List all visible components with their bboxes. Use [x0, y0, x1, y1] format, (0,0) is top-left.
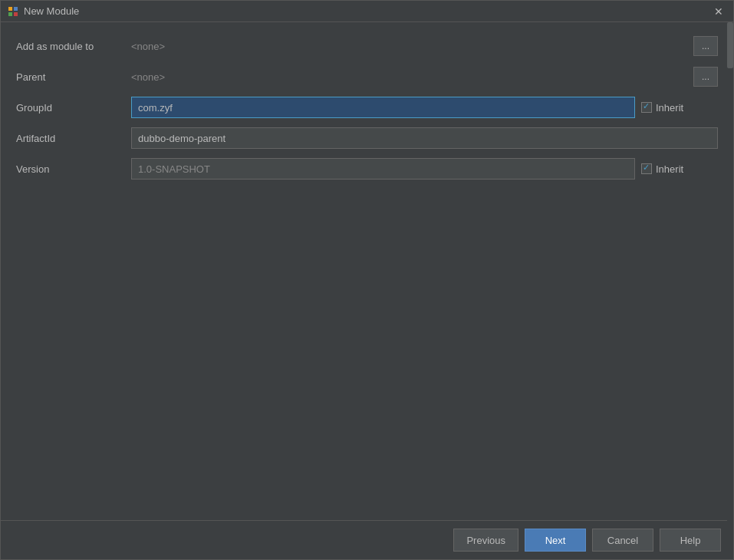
title-bar-left: New Module	[7, 5, 79, 18]
previous-button[interactable]: Previous	[453, 529, 518, 552]
version-inherit-label: Inherit	[656, 163, 683, 175]
group-id-inherit-area: Inherit	[641, 102, 718, 114]
module-icon	[7, 5, 19, 18]
parent-input-area: <none> ...	[131, 67, 718, 87]
add-as-module-value: <none>	[131, 41, 687, 52]
version-inherit-area: Inherit	[641, 163, 718, 175]
artifact-id-input-area	[131, 127, 718, 149]
svg-rect-0	[8, 7, 12, 11]
svg-rect-2	[8, 12, 12, 16]
version-input-area: Inherit	[131, 158, 718, 180]
footer: Previous Next Cancel Help	[1, 520, 733, 559]
scrollbar-track	[727, 22, 733, 559]
help-button[interactable]: Help	[660, 529, 721, 552]
version-input[interactable]	[131, 158, 635, 180]
add-as-module-row: Add as module to <none> ...	[16, 35, 718, 58]
parent-browse-button[interactable]: ...	[693, 67, 718, 87]
parent-row: Parent <none> ...	[16, 65, 718, 88]
add-as-module-browse-button[interactable]: ...	[693, 36, 718, 56]
scrollbar-thumb[interactable]	[727, 22, 733, 68]
artifact-id-row: ArtifactId	[16, 127, 718, 150]
title-bar: New Module ✕	[1, 1, 733, 22]
content-area: Add as module to <none> ... Parent <none…	[1, 22, 733, 520]
close-button[interactable]: ✕	[710, 3, 727, 20]
group-id-input[interactable]	[131, 97, 635, 118]
version-label: Version	[16, 163, 131, 175]
group-id-row: GroupId Inherit	[16, 96, 718, 119]
svg-rect-1	[14, 7, 18, 11]
dialog-title: New Module	[24, 5, 79, 17]
group-id-input-area: Inherit	[131, 97, 718, 118]
group-id-inherit-label: Inherit	[656, 102, 683, 114]
cancel-button[interactable]: Cancel	[592, 529, 653, 552]
parent-value: <none>	[131, 71, 687, 83]
svg-rect-3	[14, 12, 18, 16]
version-inherit-checkbox[interactable]	[641, 163, 652, 174]
group-id-label: GroupId	[16, 102, 131, 114]
artifact-id-input[interactable]	[131, 127, 718, 149]
artifact-id-label: ArtifactId	[16, 133, 131, 144]
add-as-module-input-area: <none> ...	[131, 36, 718, 56]
parent-label: Parent	[16, 71, 131, 83]
add-as-module-label: Add as module to	[16, 41, 131, 52]
group-id-inherit-checkbox[interactable]	[641, 102, 652, 113]
next-button[interactable]: Next	[525, 529, 586, 552]
version-row: Version Inherit	[16, 157, 718, 180]
new-module-dialog: New Module ✕ Add as module to <none> ...…	[0, 0, 734, 560]
